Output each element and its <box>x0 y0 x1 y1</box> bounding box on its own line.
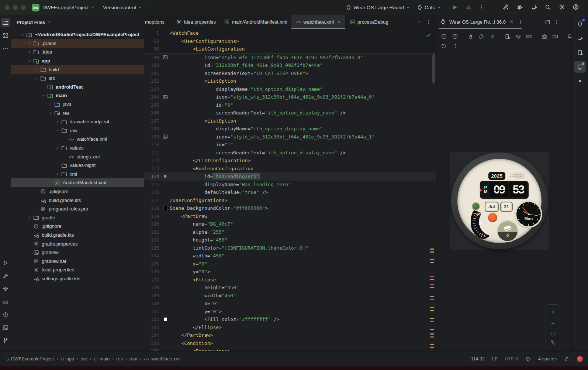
stripe-mark[interactable] <box>430 307 434 308</box>
running-devices-tool[interactable] <box>574 61 586 73</box>
panel-options-icon[interactable] <box>554 19 560 25</box>
tree-item-local-properties[interactable]: local.properties <box>11 265 144 274</box>
device-selector[interactable]: Wear OS Large Round <box>346 4 410 10</box>
gradle-tool[interactable] <box>574 32 586 44</box>
project-panel-header[interactable]: Project Files <box>11 15 144 30</box>
color-swatch-black[interactable] <box>163 206 167 210</box>
tree-item-java[interactable]: java <box>11 100 144 109</box>
device-screen[interactable]: 2025 PM 09 53 Jul 21 <box>450 152 549 250</box>
device-manager-tool[interactable] <box>574 47 586 58</box>
gradle-sync-button[interactable] <box>530 4 537 10</box>
terminal-tool[interactable] <box>1 323 10 332</box>
version-control-tool[interactable] <box>1 336 10 345</box>
debug-button[interactable] <box>466 4 471 10</box>
breadcrumb-res[interactable]: res <box>116 356 122 362</box>
image-icon[interactable] <box>163 95 168 100</box>
tree-item-src[interactable]: src <box>11 74 144 83</box>
search-button[interactable] <box>544 4 551 10</box>
tree-item-values-night[interactable]: values-night <box>11 161 144 170</box>
stripe-mark[interactable] <box>430 251 434 253</box>
close-icon[interactable] <box>337 20 341 24</box>
file-encoding[interactable]: UTF-8 <box>505 356 518 362</box>
bulb-icon[interactable] <box>163 174 168 179</box>
tree-item-build-gradle-kts[interactable]: build.gradle.kts <box>11 231 144 240</box>
stripe-mark[interactable] <box>430 329 434 330</box>
run-config-selector[interactable]: Cats <box>417 4 441 10</box>
tab-idea-properties[interactable]: idea.properties <box>172 15 220 29</box>
bookmark-tag-icon[interactable] <box>525 356 531 362</box>
stripe-mark[interactable] <box>430 344 434 345</box>
build-tool[interactable] <box>1 271 10 281</box>
tree-item-gradlew-bat[interactable]: gradlew.bat <box>11 257 144 265</box>
stripe-mark[interactable] <box>430 321 434 322</box>
hardware-input-button[interactable] <box>526 34 532 40</box>
run-button[interactable] <box>452 4 458 11</box>
tree-item-gradle-properties[interactable]: gradle.properties <box>11 239 144 248</box>
close-icon[interactable] <box>509 19 514 24</box>
profiler-button[interactable] <box>516 4 523 10</box>
add-device-tab-button[interactable] <box>518 19 523 25</box>
display-2-button[interactable]: 2 <box>452 33 458 40</box>
tree-item-settings-gradle-kts[interactable]: settings.gradle.kts <box>11 274 144 283</box>
notifications[interactable] <box>574 18 586 30</box>
tab-moptions[interactable]: moptions <box>144 15 172 29</box>
health-services-button[interactable] <box>515 34 521 40</box>
open-in-window-icon[interactable] <box>545 19 550 25</box>
stripe-mark[interactable] <box>430 259 434 260</box>
stripe-mark[interactable] <box>430 333 434 335</box>
breadcrumb-app[interactable]: app <box>60 356 74 362</box>
window-close-button[interactable] <box>5 5 10 10</box>
hand-mode-button[interactable] <box>468 34 474 40</box>
tree-item-xml[interactable]: xml <box>11 170 144 179</box>
project-tool[interactable] <box>1 18 10 27</box>
line-ending[interactable]: LF <box>492 356 498 362</box>
breadcrumb-main[interactable]: main <box>94 356 110 362</box>
tree-item-strings-xml[interactable]: </>strings.xml <box>11 152 144 161</box>
vcs-widget[interactable]: Version control <box>103 5 142 10</box>
color-swatch-white[interactable] <box>164 318 167 321</box>
code-editor[interactable]: 1<WatchFace62 <UserConfigurations>96 <Li… <box>144 29 436 352</box>
build-button[interactable] <box>502 4 509 10</box>
zoom-in-button[interactable]: + <box>551 308 555 316</box>
tree-item--androidstudioprojects-dwfexampleproject[interactable]: ~/AndroidStudioProjects/DWFExampleProjec… <box>11 30 144 39</box>
stripe-mark[interactable] <box>430 249 434 250</box>
tree-item-build[interactable]: build <box>11 65 144 74</box>
tree-item-main[interactable]: main <box>11 91 144 100</box>
stripe-mark[interactable] <box>430 279 434 280</box>
back-button-button[interactable] <box>489 34 495 40</box>
tree-item-res[interactable]: res <box>11 109 144 117</box>
display-1-button[interactable]: 1 <box>441 33 447 40</box>
stripe-mark[interactable] <box>430 287 434 288</box>
more-actions-icon[interactable] <box>479 4 485 10</box>
tree-item-gradlew[interactable]: gradlew <box>11 248 144 257</box>
window-minimize-button[interactable] <box>13 5 18 10</box>
breadcrumb-watchface-xml[interactable]: </>watchface.xml <box>143 356 180 362</box>
tab-processdebug[interactable]: MprocessDebug <box>345 15 393 29</box>
screenshot-button[interactable] <box>542 34 547 40</box>
settings-button[interactable] <box>558 4 565 10</box>
stripe-mark[interactable] <box>430 262 434 263</box>
zoom-actual-button[interactable]: 1:1 <box>550 331 556 335</box>
stripe-mark[interactable] <box>430 296 434 297</box>
image-icon[interactable] <box>163 134 168 139</box>
tree-item-androidtest[interactable]: androidTest <box>11 83 144 92</box>
error-indicator[interactable]: ! <box>577 356 583 362</box>
tree-item-raw[interactable]: raw <box>11 126 144 135</box>
zoom-out-button[interactable]: − <box>551 320 555 326</box>
window-zoom-button[interactable] <box>21 5 26 10</box>
tree-item-values[interactable]: values <box>11 144 144 153</box>
tree-item-build-gradle-kts[interactable]: build.gradle.kts <box>11 196 144 205</box>
tree-item--gitignore[interactable]: .gitignore <box>11 222 144 231</box>
tab-main-androidmanifest-xml[interactable]: Mmain/AndroidManifest.xml <box>220 15 291 29</box>
tree-item-app[interactable]: app <box>11 56 144 65</box>
stripe-mark[interactable] <box>430 284 434 285</box>
breadcrumb-dwfexampleproject[interactable]: DWFExampleProject <box>5 356 54 362</box>
more-tools[interactable] <box>1 44 10 53</box>
unlock-icon[interactable] <box>564 356 570 362</box>
stripe-mark[interactable] <box>430 318 434 319</box>
stripe-mark[interactable] <box>430 299 434 300</box>
screen-record-button[interactable] <box>552 34 558 40</box>
gemini-tool[interactable] <box>574 75 586 87</box>
tree-item--gitignore[interactable]: .gitignore <box>11 187 144 196</box>
reset-view-button[interactable] <box>441 43 447 49</box>
